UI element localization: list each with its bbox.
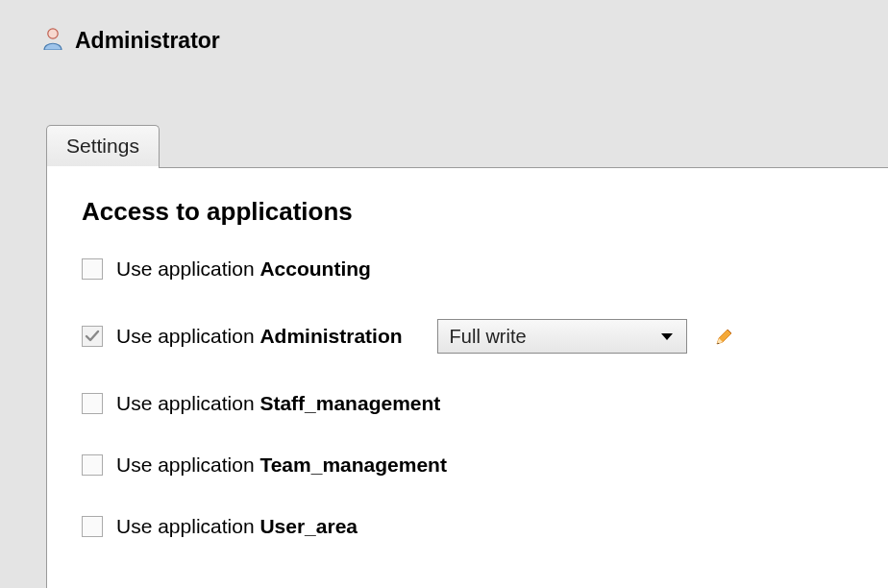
app-row-label: Use application Administration bbox=[116, 325, 403, 348]
user-icon bbox=[42, 27, 63, 54]
page-title: Administrator bbox=[75, 28, 220, 54]
application-access-list: Use application Accounting Use applicati… bbox=[82, 257, 853, 538]
app-row-label: Use application Staff_management bbox=[116, 392, 440, 415]
checkbox-staff-management[interactable] bbox=[82, 393, 103, 414]
app-row-team-management: Use application Team_management bbox=[82, 453, 853, 477]
app-row-administration: Use application Administration Full writ… bbox=[82, 319, 853, 354]
page-header: Administrator bbox=[0, 0, 888, 54]
chevron-down-icon bbox=[657, 327, 677, 346]
settings-panel: Access to applications Use application A… bbox=[46, 167, 888, 588]
checkbox-user-area[interactable] bbox=[82, 516, 103, 537]
app-row-accounting: Use application Accounting bbox=[82, 257, 853, 281]
tab-bar: Settings bbox=[46, 125, 888, 167]
app-row-user-area: Use application User_area bbox=[82, 515, 853, 538]
section-title: Access to applications bbox=[82, 197, 853, 227]
checkbox-administration[interactable] bbox=[82, 326, 103, 347]
app-row-staff-management: Use application Staff_management bbox=[82, 392, 853, 415]
svg-point-0 bbox=[48, 29, 58, 38]
checkbox-team-management[interactable] bbox=[82, 454, 103, 476]
app-row-label: Use application Accounting bbox=[116, 257, 371, 281]
checkbox-accounting[interactable] bbox=[82, 258, 103, 280]
tab-label: Settings bbox=[66, 135, 139, 157]
edit-icon[interactable] bbox=[714, 326, 735, 347]
permission-select-value: Full write bbox=[450, 326, 527, 348]
app-row-label: Use application Team_management bbox=[116, 453, 447, 477]
app-row-label: Use application User_area bbox=[116, 515, 358, 538]
tab-settings[interactable]: Settings bbox=[46, 125, 160, 167]
permission-select-administration[interactable]: Full write bbox=[437, 319, 687, 354]
